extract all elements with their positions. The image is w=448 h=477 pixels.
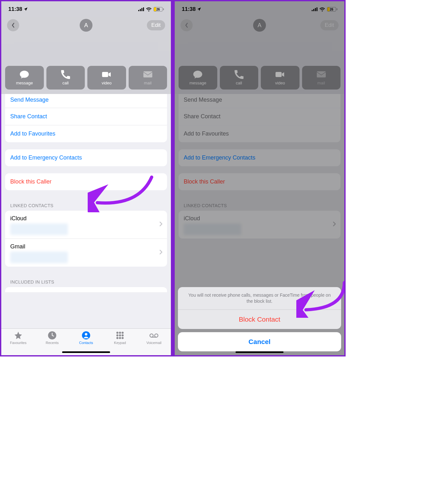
- screenshot-right: 11:38 26 A Edit: [173, 0, 346, 356]
- tab-contacts[interactable]: Contacts: [69, 331, 103, 345]
- cellular-icon: [138, 7, 144, 11]
- svg-rect-0: [102, 72, 108, 77]
- keypad-icon: [116, 331, 124, 340]
- block-contact-button[interactable]: Block Contact: [178, 309, 341, 329]
- wifi-icon: [146, 7, 152, 12]
- svg-point-10: [122, 334, 124, 337]
- home-indicator[interactable]: [62, 351, 110, 353]
- edit-button[interactable]: Edit: [147, 20, 165, 30]
- send-message-row[interactable]: Send Message: [5, 94, 167, 108]
- svg-point-13: [122, 337, 124, 339]
- svg-rect-1: [143, 71, 152, 77]
- call-chip[interactable]: call: [46, 66, 85, 90]
- contact-header: 11:38 26 A Edit: [1, 1, 171, 94]
- star-icon: [14, 331, 23, 340]
- actions-group-1: Send Message Share Contact Add to Favour…: [5, 94, 167, 142]
- person-icon: [82, 331, 91, 340]
- cancel-button[interactable]: Cancel: [178, 332, 341, 351]
- svg-point-5: [116, 332, 119, 334]
- video-icon: [102, 70, 111, 79]
- included-lists-title: INCLUDED IN LISTS: [1, 274, 171, 287]
- screenshot-left: 11:38 26 A Edit: [0, 0, 172, 356]
- tab-keypad[interactable]: Keypad: [103, 331, 137, 345]
- tab-favourites[interactable]: Favourites: [1, 331, 35, 345]
- clock-icon: [48, 331, 57, 340]
- included-group: [5, 287, 167, 292]
- back-button[interactable]: [7, 19, 19, 31]
- share-contact-row[interactable]: Share Contact: [5, 108, 167, 125]
- emergency-group: Add to Emergency Contacts: [5, 149, 167, 166]
- mail-chip: mail: [129, 66, 167, 90]
- chevron-right-icon: [159, 249, 163, 256]
- tab-recents[interactable]: Recents: [35, 331, 69, 345]
- linked-contacts-title: LINKED CONTACTS: [1, 197, 171, 211]
- clock: 11:38: [8, 6, 22, 12]
- status-bar: 11:38 26: [1, 1, 171, 17]
- add-favourites-row[interactable]: Add to Favourites: [5, 125, 167, 142]
- chevron-right-icon: [159, 221, 163, 228]
- svg-point-7: [122, 332, 124, 334]
- svg-point-6: [119, 332, 121, 334]
- tab-voicemail[interactable]: Voicemail: [137, 331, 171, 345]
- voicemail-icon: [149, 331, 158, 340]
- block-group: Block this Caller: [5, 173, 167, 190]
- phone-icon: [61, 70, 70, 79]
- mail-icon: [143, 70, 153, 79]
- block-caller-row[interactable]: Block this Caller: [5, 173, 167, 190]
- svg-point-15: [155, 334, 158, 337]
- message-chip[interactable]: message: [5, 66, 44, 90]
- linked-icloud-row[interactable]: iCloud: [5, 211, 167, 238]
- add-emergency-row[interactable]: Add to Emergency Contacts: [5, 149, 167, 166]
- sheet-message: You will not receive phone calls, messag…: [178, 287, 341, 309]
- svg-point-9: [119, 334, 121, 337]
- video-chip[interactable]: video: [87, 66, 126, 90]
- svg-point-11: [116, 337, 119, 339]
- message-icon: [20, 70, 29, 79]
- linked-gmail-row[interactable]: Gmail: [5, 238, 167, 267]
- battery-icon: 26: [154, 7, 164, 12]
- svg-point-4: [85, 333, 87, 335]
- svg-point-14: [150, 334, 153, 337]
- contact-avatar: A: [80, 19, 92, 32]
- svg-point-8: [116, 334, 119, 337]
- linked-group: iCloud Gmail: [5, 211, 167, 267]
- svg-point-12: [119, 337, 121, 339]
- location-icon: [23, 7, 28, 12]
- action-sheet: You will not receive phone calls, messag…: [178, 287, 341, 351]
